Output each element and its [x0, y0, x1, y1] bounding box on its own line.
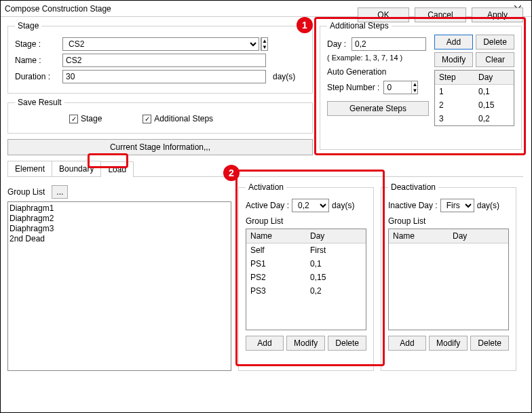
group-list-label: Group List — [7, 187, 45, 197]
tabs: Element Boundary Load — [7, 161, 523, 177]
table-row: 10,1 — [435, 85, 514, 98]
deactivation-fieldset: Deactivation Inactive Day : First day(s)… — [381, 182, 516, 371]
additional-steps-legend: Additional Steps — [327, 21, 392, 31]
name-label: Name : — [15, 56, 62, 65]
step-number-up[interactable]: ▲ — [411, 81, 417, 87]
ok-button[interactable]: OK — [358, 7, 409, 22]
list-item[interactable]: Diaphragm1 — [10, 203, 229, 214]
stage-fieldset: Stage Stage : CS2 ▲ ▼ Name : — [7, 21, 313, 94]
name-input[interactable] — [62, 54, 266, 67]
duration-input[interactable] — [62, 70, 266, 83]
inactive-day-label: Inactive Day : — [388, 201, 438, 210]
duration-label: Duration : — [15, 72, 62, 81]
tab-element[interactable]: Element — [7, 161, 52, 176]
check-icon: ✓ — [69, 115, 78, 123]
table-row: PS20,15 — [246, 271, 366, 284]
group-list-box[interactable]: Diaphragm1 Diaphragm2 Diaphragm3 2nd Dea… — [7, 201, 231, 371]
step-number-down[interactable]: ▼ — [411, 87, 417, 94]
activation-legend: Activation — [246, 182, 286, 192]
steps-th-day: Day — [474, 71, 514, 84]
check-icon: ✓ — [142, 115, 151, 123]
generate-steps-button[interactable]: Generate Steps — [327, 101, 429, 116]
activation-unit: day(s) — [332, 201, 354, 210]
stage-checkbox[interactable]: ✓ Stage — [69, 114, 102, 123]
dialog-window: Compose Construction Stage Stage Stage :… — [0, 0, 532, 413]
tab-load[interactable]: Load — [100, 161, 134, 177]
stage-legend: Stage — [15, 21, 41, 31]
group-list-browse-button[interactable]: ... — [52, 185, 68, 199]
add-step-button[interactable]: Add — [434, 35, 473, 50]
deactivation-th-day: Day — [449, 229, 508, 243]
deactivation-delete-button[interactable]: Delete — [470, 336, 509, 351]
list-item[interactable]: Diaphragm2 — [10, 214, 229, 224]
active-day-select[interactable]: 0,2 — [292, 199, 329, 212]
apply-button[interactable]: Apply — [472, 7, 523, 22]
table-row: SelfFirst — [246, 243, 366, 257]
table-row: PS30,2 — [246, 284, 366, 298]
activation-add-button[interactable]: Add — [246, 336, 284, 351]
delete-step-button[interactable]: Delete — [476, 35, 514, 50]
deactivation-add-button[interactable]: Add — [388, 336, 426, 351]
active-day-label: Active Day : — [246, 201, 289, 210]
stage-check-label: Stage — [81, 114, 102, 123]
deactivation-group-list-label: Group List — [388, 216, 509, 226]
activation-group-list-label: Group List — [246, 216, 366, 226]
step-number-label: Step Number : — [327, 83, 379, 92]
activation-table[interactable]: Name Day SelfFirst PS10,1 PS20,15 PS30,2 — [246, 229, 366, 330]
activation-fieldset: Activation Active Day : 0,2 day(s) Group… — [238, 182, 374, 371]
deactivation-modify-button[interactable]: Modify — [429, 336, 468, 351]
auto-gen-label: Auto Generation — [327, 67, 430, 77]
stage-spin-up[interactable]: ▲ — [261, 38, 267, 44]
save-result-fieldset: Save Result ✓ Stage ✓ Additional Steps — [7, 98, 313, 134]
day-input[interactable] — [352, 37, 426, 51]
current-stage-info-button[interactable]: Current Stage Information,,, — [7, 139, 313, 155]
list-item[interactable]: 2nd Dead — [10, 234, 229, 244]
additional-steps-fieldset: Additional Steps Day : ( Example: 1, 3, … — [320, 21, 522, 150]
list-item[interactable]: Diaphragm3 — [10, 224, 229, 234]
stage-select[interactable]: CS2 — [62, 37, 259, 51]
activation-delete-button[interactable]: Delete — [328, 336, 366, 351]
modify-step-button[interactable]: Modify — [434, 52, 473, 67]
tab-boundary[interactable]: Boundary — [52, 161, 101, 176]
save-result-legend: Save Result — [15, 98, 64, 107]
clear-step-button[interactable]: Clear — [476, 52, 514, 67]
table-row: 30,2 — [435, 112, 514, 125]
addl-check-label: Additional Steps — [154, 114, 213, 123]
additional-steps-checkbox[interactable]: ✓ Additional Steps — [142, 114, 213, 123]
day-label: Day : — [327, 39, 352, 49]
steps-table[interactable]: Step Day 10,1 20,15 30,2 — [434, 70, 514, 126]
steps-th-step: Step — [435, 71, 474, 84]
step-number-input[interactable] — [384, 81, 411, 94]
deactivation-th-name: Name — [389, 229, 449, 243]
inactive-day-select[interactable]: First — [440, 199, 474, 212]
activation-modify-button[interactable]: Modify — [286, 336, 325, 351]
table-row: 20,15 — [435, 98, 514, 112]
stage-spin-down[interactable]: ▼ — [261, 44, 267, 50]
activation-th-name: Name — [246, 229, 306, 243]
cancel-button[interactable]: Cancel — [415, 7, 466, 22]
stage-label: Stage : — [15, 39, 62, 49]
day-example: ( Example: 1, 3, 7, 14 ) — [327, 54, 430, 62]
duration-unit: day(s) — [273, 72, 295, 81]
deactivation-unit: day(s) — [477, 201, 499, 210]
deactivation-table[interactable]: Name Day — [388, 229, 509, 330]
activation-th-day: Day — [306, 229, 366, 243]
deactivation-legend: Deactivation — [388, 182, 438, 192]
table-row: PS10,1 — [246, 257, 366, 271]
